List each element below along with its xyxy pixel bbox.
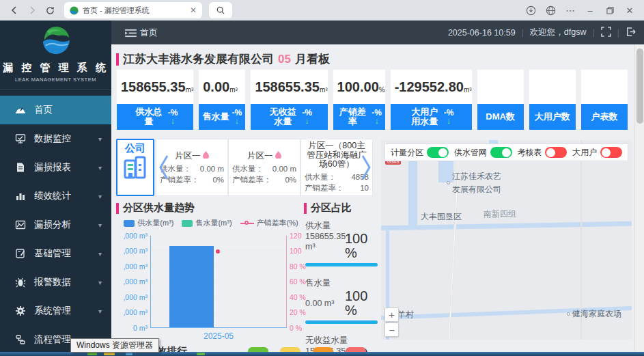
board-company: 江苏大丰港水务发展有限公司: [123, 51, 274, 67]
trend-down-icon: ↓: [447, 117, 451, 125]
district-supply-row: 供水量：0.00 m: [232, 163, 296, 174]
toggle-big-user: 大用户: [572, 147, 622, 159]
district-title: 片区一（800主管压站和海融广场60管）: [305, 141, 369, 169]
tab-close-icon[interactable]: ✕: [190, 5, 197, 15]
chevron-down-icon: ▾: [98, 279, 102, 286]
legend-rate[interactable]: 产销差率(%): [240, 218, 298, 228]
dashboard-content: 江苏大丰港水务发展有限公司 05 月看板 158655.35m³ 供水总量-%↓…: [111, 44, 634, 356]
more-menu-icon[interactable]: ⋯: [563, 3, 578, 18]
metering-zone-switch[interactable]: [427, 147, 449, 158]
browser-reload-icon[interactable]: [41, 1, 59, 19]
logo-block: 漏 控 管 理 系 统 LEAK MANAGEMENT SYSTEM: [0, 20, 111, 90]
sidebar-item-label: 漏损分析: [34, 219, 71, 231]
kpi-value: 100.00%: [333, 70, 385, 104]
sidebar-item-data-monitor[interactable]: 数据监控 ▾: [0, 124, 111, 153]
kpi-card-nrw-rate: 100.00% 产销差率-%↓: [333, 69, 386, 131]
topbar: 首页 2025-06-16 10:59 | 欢迎您，dfgsw | |: [111, 20, 644, 44]
chevron-down-icon: ▾: [98, 221, 102, 229]
map-farm-label: 健海家庭农场: [567, 308, 621, 320]
browser-tab[interactable]: 首页 - 漏控管理系统 ✕: [64, 2, 202, 18]
taskbar-icon[interactable]: [197, 353, 205, 355]
map-water-canal: [408, 158, 417, 228]
kpi-value: [529, 70, 576, 104]
kpi-button-nrw-rate[interactable]: 产销差率-%↓: [333, 104, 385, 130]
carousel-next-icon[interactable]: [361, 154, 372, 184]
taskbar-icon[interactable]: [104, 353, 115, 355]
browser-search-button[interactable]: [209, 2, 232, 18]
kpi-button-big-user-count[interactable]: 大用户数: [529, 104, 576, 130]
sidebar-item-label: 漏损报表: [34, 161, 71, 174]
minimize-icon[interactable]: –: [583, 3, 598, 18]
share-item-supply: 供水量 158655.35 m³100 %: [304, 220, 379, 266]
legend-swatch-icon: [124, 220, 135, 227]
toggle-assessment-meter: 考核表: [517, 147, 567, 159]
kpi-value: 0.00m³: [199, 70, 245, 104]
carousel-prev-icon[interactable]: [158, 154, 169, 184]
board-month: 05: [278, 53, 291, 66]
map-water-canal: [381, 221, 632, 231]
analysis-image-icon: [15, 219, 26, 230]
map-area-label: 大丰围垦区: [421, 211, 462, 223]
kpi-button-dma-count[interactable]: DMA数: [477, 104, 524, 130]
supply-bar[interactable]: [169, 246, 214, 327]
browser-back-icon[interactable]: [5, 1, 23, 19]
browser-forward-icon[interactable]: [23, 1, 41, 19]
district-card[interactable]: 片区一 供水量：0.00 m 产销差率：0%: [228, 139, 300, 196]
sidebar-item-leak-analysis[interactable]: 漏损分析 ▾: [0, 210, 111, 239]
kpi-button-nonrevenue[interactable]: 无收益水量-%↓: [251, 104, 327, 130]
browser-chrome: 首页 - 漏控管理系统 ✕ ⋯ – ✕: [0, 0, 644, 20]
sidebar-item-label: 绩效统计: [34, 190, 71, 202]
globe-icon[interactable]: [543, 3, 558, 18]
yaxis-left-tick: ,000 m³: [116, 232, 148, 240]
gis-map[interactable]: 计量分区 供水管网 考核表 大用户 G343 江苏佳禾农艺发展有限公: [381, 140, 632, 340]
kpi-button-supply-total[interactable]: 供水总量-%↓: [117, 104, 193, 130]
sidebar-item-label: 系统管理: [34, 305, 71, 317]
sidebar-item-performance-stats[interactable]: 绩效统计 ▾: [0, 182, 111, 210]
downloads-icon[interactable]: [523, 3, 538, 18]
share-item-sale: 售水量 0.00 m³100 %: [304, 277, 379, 324]
legend-supply[interactable]: 供水量(m³): [124, 218, 173, 228]
trend-down-icon: ↓: [171, 117, 176, 125]
chevron-down-icon: ▾: [98, 307, 102, 315]
taskbar-icon[interactable]: [87, 353, 97, 355]
card-badge-icon: [275, 151, 281, 159]
page-scrollbar[interactable]: [634, 44, 644, 352]
sidebar-item-system-management[interactable]: 系统管理 ▾: [0, 297, 111, 325]
taskbar-icon[interactable]: [126, 353, 132, 355]
sidebar: 漏 控 管 理 系 统 LEAK MANAGEMENT SYSTEM 首页 数据…: [0, 20, 111, 356]
windows-tooltip: Windows 资源管理器: [70, 338, 159, 353]
logout-icon[interactable]: [626, 27, 636, 39]
share-progress-bar: [305, 320, 378, 324]
sidebar-item-alarm-data[interactable]: 报警数据 ▾: [0, 268, 111, 297]
scrollbar-thumb[interactable]: [636, 49, 643, 124]
toggle-metering-zone: 计量分区: [391, 147, 449, 159]
sidebar-item-leak-report[interactable]: 漏损报表 ▾: [0, 153, 111, 182]
kpi-value: [581, 70, 628, 104]
sidebar-item-home[interactable]: 首页: [0, 96, 111, 124]
assessment-meter-switch[interactable]: [545, 147, 567, 158]
kpi-button-meter-count[interactable]: 户表数: [581, 104, 628, 130]
flow-icon: [15, 334, 26, 345]
legend-sale[interactable]: 售水量(m³): [182, 218, 232, 228]
yaxis-left-tick: ,000 m³: [116, 293, 148, 301]
pipe-network-switch[interactable]: [490, 147, 512, 158]
rate-dot[interactable]: [216, 249, 220, 254]
app-window: 首页 - 漏控管理系统 ✕ ⋯ – ✕: [0, 0, 644, 356]
map-zoom-in-button[interactable]: +: [384, 307, 399, 322]
kpi-button-big-user[interactable]: 大用户用水量-%↓: [391, 104, 472, 130]
fullscreen-icon[interactable]: [601, 27, 611, 39]
kpi-button-sale[interactable]: 售水量-%↓: [199, 104, 245, 130]
edit-notebook-icon: [15, 248, 26, 259]
sidebar-item-basic-management[interactable]: 基础管理 ▾: [0, 239, 111, 268]
map-poi-company: 江苏佳禾农艺发展有限公司: [447, 172, 501, 194]
map-zoom-out-button[interactable]: −: [384, 323, 399, 337]
district-supply-row: 供水量：4858: [305, 172, 369, 182]
close-window-icon[interactable]: ✕: [622, 3, 637, 18]
restore-icon[interactable]: [602, 3, 617, 18]
big-user-switch[interactable]: [600, 147, 622, 158]
breadcrumb[interactable]: 首页: [140, 27, 158, 39]
collapse-menu-icon[interactable]: [125, 28, 137, 40]
share-progress-bar: [305, 263, 378, 266]
kpi-card-meter-count: 户表数: [580, 69, 628, 131]
company-card[interactable]: 公司: [116, 139, 154, 196]
